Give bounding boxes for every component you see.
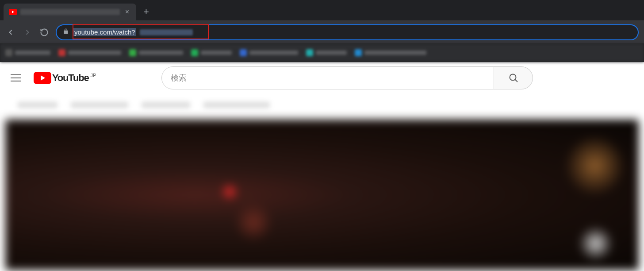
youtube-region-code: JP xyxy=(90,73,96,78)
tab-bar: × + xyxy=(0,0,644,20)
lock-icon xyxy=(63,28,69,36)
youtube-logo[interactable]: YouTube JP xyxy=(34,72,96,84)
search-button[interactable] xyxy=(494,66,533,89)
youtube-play-icon xyxy=(34,72,51,84)
bookmark-item[interactable] xyxy=(129,49,183,56)
url-blurred-tail xyxy=(140,29,193,35)
nav-bar: youtube.com/watch? xyxy=(0,20,644,43)
search-form xyxy=(161,66,533,89)
forward-button[interactable] xyxy=(22,27,33,38)
search-icon xyxy=(508,73,519,83)
back-button[interactable] xyxy=(5,27,16,38)
youtube-favicon-icon xyxy=(9,9,17,15)
tab-title xyxy=(20,9,120,15)
hamburger-menu-button[interactable] xyxy=(11,72,21,84)
video-player[interactable] xyxy=(5,120,639,270)
youtube-header: YouTube JP xyxy=(0,62,644,94)
browser-tab[interactable]: × xyxy=(4,4,136,20)
bookmark-item[interactable] xyxy=(58,49,121,56)
youtube-logo-text: YouTube xyxy=(52,72,88,84)
blurred-content-row xyxy=(0,94,644,116)
svg-point-0 xyxy=(510,74,516,81)
bookmark-item[interactable] xyxy=(355,49,426,56)
svg-line-1 xyxy=(515,80,518,82)
bookmark-item[interactable] xyxy=(306,49,347,56)
bookmark-item[interactable] xyxy=(191,49,232,56)
reload-button[interactable] xyxy=(39,27,50,38)
bookmark-item[interactable] xyxy=(240,49,298,56)
new-tab-button[interactable]: + xyxy=(136,4,156,20)
address-bar[interactable]: youtube.com/watch? xyxy=(56,24,639,40)
bookmark-item[interactable] xyxy=(5,49,50,56)
url-text[interactable]: youtube.com/watch? xyxy=(73,28,136,36)
bookmarks-bar xyxy=(0,43,644,62)
tab-close-button[interactable]: × xyxy=(123,7,131,17)
browser-chrome: × + youtube.com/watch? xyxy=(0,0,644,62)
search-input[interactable] xyxy=(161,66,494,89)
